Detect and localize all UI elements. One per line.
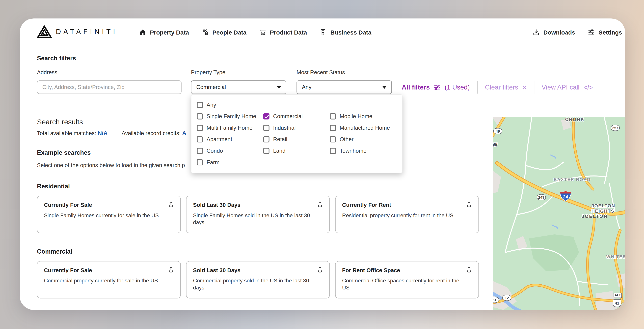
checkbox[interactable]	[330, 147, 336, 154]
checkbox[interactable]	[263, 136, 270, 142]
checkbox[interactable]	[330, 124, 336, 131]
menu-item-multi-family-home[interactable]: Multi Family Home	[197, 122, 256, 133]
view-api-label: View API call	[542, 84, 580, 91]
settings-button[interactable]: Settings	[588, 28, 622, 36]
home-icon	[139, 28, 147, 36]
property-type-select[interactable]: Commercial	[191, 80, 286, 94]
checkbox[interactable]	[197, 124, 203, 131]
checkbox[interactable]	[197, 136, 203, 142]
menu-item-land[interactable]: Land	[263, 145, 303, 156]
route-shield-249: 249	[537, 194, 546, 200]
matches-value: N/A	[98, 130, 108, 136]
checkbox[interactable]	[330, 136, 336, 142]
load-search-icon[interactable]	[466, 201, 473, 208]
search-results-title: Search results	[37, 118, 83, 126]
search-filters-title: Search filters	[37, 55, 76, 62]
menu-item-any[interactable]: Any	[197, 99, 256, 110]
nav-business-data[interactable]: Business Data	[319, 28, 372, 36]
status-select[interactable]: Any	[296, 80, 392, 94]
all-filters-label: All filters	[402, 84, 430, 91]
brand-name: DATAFINITI	[56, 28, 118, 36]
example-card-commercial-office-rent[interactable]: For Rent Office Space Commercial Office …	[335, 261, 479, 299]
settings-label: Settings	[598, 29, 622, 35]
map-town-crunk: CRUNK	[565, 117, 585, 122]
view-api-call-button[interactable]: View API call </>	[542, 84, 593, 91]
route-shield-257: 257	[611, 125, 620, 131]
nav-product-data[interactable]: Product Data	[259, 28, 307, 36]
residential-heading: Residential	[37, 183, 70, 190]
menu-item-condo[interactable]: Condo	[197, 145, 256, 156]
checkbox[interactable]	[263, 147, 270, 154]
checkbox[interactable]	[197, 147, 203, 154]
clear-filters-label: Clear filters	[485, 84, 518, 91]
filter-links: All filters (1 Used) Clear filters × Vie…	[402, 81, 593, 93]
menu-item-townhome[interactable]: Townhome	[330, 145, 390, 156]
downloads-button[interactable]: Downloads	[532, 28, 575, 36]
load-search-icon[interactable]	[316, 266, 324, 273]
checkbox[interactable]	[263, 113, 270, 119]
menu-item-manufactured-home[interactable]: Manufactured Home	[330, 122, 390, 133]
example-card-residential-sold[interactable]: Sold Last 30 Days Single Family Homes so…	[186, 196, 330, 233]
credits-label: Available record credits:	[122, 130, 180, 136]
route-shield-49: 49	[493, 128, 502, 134]
credits-value: A	[182, 130, 186, 136]
chevron-down-icon	[277, 86, 281, 88]
route-shield-41: 41	[613, 299, 621, 307]
code-icon: </>	[584, 84, 593, 91]
menu-item-apartment[interactable]: Apartment	[197, 133, 256, 145]
nav-label: People Data	[212, 29, 246, 35]
example-card-residential-for-sale[interactable]: Currently For Sale Single Family Homes c…	[37, 196, 180, 233]
checkbox[interactable]	[197, 113, 203, 119]
map-town-joelton: JOELTON	[582, 214, 608, 219]
cart-icon	[259, 28, 267, 36]
menu-item-retail[interactable]: Retail	[263, 133, 303, 145]
load-search-icon[interactable]	[167, 201, 174, 208]
svg-text:24: 24	[563, 194, 568, 199]
load-search-icon[interactable]	[167, 266, 174, 273]
map-canvas[interactable]: CRUNK W BAXTER ROAD JOELTON HEIGHTS JOEL…	[493, 117, 625, 310]
divider	[477, 81, 478, 93]
checkbox[interactable]	[330, 113, 336, 119]
menu-item-other[interactable]: Other	[330, 133, 390, 145]
menu-column-3: Mobile Home Manufactured Home Other Town…	[330, 110, 390, 156]
address-input[interactable]	[37, 80, 182, 94]
checkbox[interactable]	[197, 102, 203, 108]
load-search-icon[interactable]	[316, 201, 324, 208]
load-search-icon[interactable]	[466, 266, 473, 273]
example-searches-title: Example searches	[37, 149, 91, 156]
route-badge-alt: ALT	[614, 293, 622, 298]
nav-people-data[interactable]: People Data	[201, 28, 246, 36]
nav-property-data[interactable]: Property Data	[139, 28, 189, 36]
example-card-commercial-sold[interactable]: Sold Last 30 Days Commercial property so…	[186, 261, 330, 299]
nav-label: Property Data	[150, 29, 189, 35]
clear-filters-button[interactable]: Clear filters ×	[485, 84, 526, 91]
menu-item-mobile-home[interactable]: Mobile Home	[330, 110, 390, 122]
filter-sliders-icon	[434, 84, 441, 91]
record-credits: Available record credits: A	[122, 130, 186, 136]
building-icon	[319, 28, 327, 36]
checkbox[interactable]	[197, 159, 203, 165]
map-town-w-partial: W	[493, 142, 498, 148]
close-icon: ×	[522, 84, 526, 91]
datafiniti-triangle-icon	[37, 25, 52, 38]
brand-logo[interactable]: DATAFINITI	[37, 25, 118, 38]
route-shield-12: 12	[502, 295, 511, 301]
menu-item-commercial[interactable]: Commercial	[263, 110, 303, 122]
all-filters-button[interactable]: All filters	[402, 84, 441, 91]
filters-used-count: (1 Used)	[444, 84, 470, 91]
menu-item-industrial[interactable]: Industrial	[263, 122, 303, 133]
desktop-background: DATAFINITI Property Data People Data	[0, 0, 644, 329]
property-type-value: Commercial	[196, 84, 226, 90]
checkbox[interactable]	[263, 124, 270, 131]
status-label: Most Recent Status	[296, 69, 345, 76]
menu-column-2: Commercial Industrial Retail Land	[263, 110, 303, 156]
example-card-residential-for-rent[interactable]: Currently For Rent Residential property …	[335, 196, 479, 233]
screen: DATAFINITI Property Data People Data	[0, 0, 644, 329]
map-road-baxter: BAXTER ROAD	[554, 177, 591, 182]
menu-item-farm[interactable]: Farm	[197, 156, 256, 168]
address-label: Address	[37, 69, 57, 76]
property-type-menu: Any Single Family Home Multi Family Home…	[191, 94, 402, 173]
menu-item-single-family-home[interactable]: Single Family Home	[197, 110, 256, 122]
download-icon	[532, 28, 540, 36]
example-card-commercial-for-sale[interactable]: Currently For Sale Commercial property c…	[37, 261, 180, 299]
